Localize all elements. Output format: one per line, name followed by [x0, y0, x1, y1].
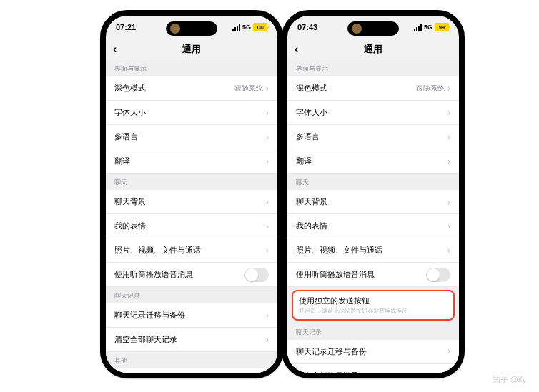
island-avatar-icon [170, 24, 180, 34]
chevron-right-icon: › [266, 156, 269, 166]
navbar: ‹ 通用 [287, 39, 459, 61]
status-time: 07:21 [116, 23, 136, 31]
settings-row[interactable]: 聊天记录迁移与备份› [106, 303, 277, 328]
row-label: 聊天背景 [296, 196, 447, 207]
row-label: 聊天背景 [114, 196, 266, 207]
chevron-right-icon: › [447, 371, 450, 373]
settings-row[interactable]: 存储空间› [106, 368, 277, 373]
row-label: 多语言 [114, 131, 266, 142]
row-label: 清空全部聊天记录 [296, 371, 447, 373]
settings-row[interactable]: 聊天背景› [106, 190, 277, 214]
settings-row[interactable]: 使用听筒播放语音消息 [106, 263, 277, 287]
chevron-right-icon: › [447, 221, 450, 231]
row-value: 跟随系统 [416, 84, 445, 94]
section-header: 界面与显示 [106, 60, 277, 76]
settings-row[interactable]: 深色模式跟随系统› [106, 76, 277, 101]
status-time: 07:43 [297, 23, 317, 31]
row-label: 我的表情 [114, 221, 266, 231]
highlighted-setting[interactable]: 使用独立的发送按钮开启后，键盘上的发送按钮会被替换成换行 [292, 290, 455, 321]
row-label: 照片、视频、文件与通话 [114, 245, 266, 256]
chevron-right-icon: › [266, 84, 269, 94]
chevron-right-icon: › [447, 132, 450, 142]
settings-row[interactable]: 字体大小› [106, 101, 277, 125]
dynamic-island [347, 21, 399, 36]
row-label: 聊天记录迁移与备份 [296, 346, 447, 357]
chevron-right-icon: › [266, 335, 269, 345]
section-header: 聊天记录 [287, 323, 459, 340]
chevron-right-icon: › [447, 84, 450, 94]
island-avatar-icon [352, 24, 362, 34]
chevron-right-icon: › [447, 108, 450, 118]
page-title: 通用 [182, 43, 201, 56]
settings-row[interactable]: 翻译› [106, 149, 277, 174]
row-label: 使用听筒播放语音消息 [296, 269, 426, 280]
settings-row[interactable]: 翻译› [287, 149, 459, 174]
page-title: 通用 [364, 43, 382, 56]
chevron-right-icon: › [266, 311, 269, 321]
settings-row[interactable]: 清空全部聊天记录› [106, 328, 277, 352]
toggle-switch[interactable] [244, 268, 269, 282]
chevron-right-icon: › [266, 197, 269, 207]
signal-icon [232, 24, 240, 31]
row-label: 使用独立的发送按钮 [299, 296, 447, 306]
row-label: 翻译 [296, 156, 447, 166]
watermark: 知乎 @ify [493, 374, 526, 385]
navbar: ‹ 通用 [106, 39, 277, 61]
settings-row[interactable]: 我的表情› [106, 214, 277, 238]
row-label: 我的表情 [296, 221, 447, 231]
row-value: 跟随系统 [234, 84, 263, 94]
settings-row[interactable]: 使用听筒播放语音消息 [287, 263, 459, 287]
row-label: 聊天记录迁移与备份 [114, 310, 266, 321]
back-button[interactable]: ‹ [295, 43, 298, 56]
row-label: 深色模式 [296, 83, 416, 94]
settings-row[interactable]: 聊天背景› [287, 190, 459, 214]
section-header: 聊天记录 [106, 287, 277, 303]
settings-list[interactable]: 界面与显示深色模式跟随系统›字体大小›多语言›翻译›聊天聊天背景›我的表情›照片… [287, 60, 459, 373]
chevron-right-icon: › [266, 132, 269, 142]
chevron-right-icon: › [266, 246, 269, 256]
toggle-switch[interactable] [426, 268, 450, 282]
settings-row[interactable]: 照片、视频、文件与通话› [287, 238, 459, 263]
row-label: 字体大小 [296, 107, 447, 118]
settings-list[interactable]: 界面与显示深色模式跟随系统›字体大小›多语言›翻译›聊天聊天背景›我的表情›照片… [106, 60, 277, 373]
phone-right: 07:43 5G 99 ‹ 通用 界面与显示深色模式跟随系统›字体大小›多语言›… [282, 10, 465, 378]
settings-row[interactable]: 深色模式跟随系统› [287, 76, 459, 101]
row-label: 多语言 [296, 131, 447, 142]
battery-icon: 99 [435, 23, 449, 31]
row-label: 照片、视频、文件与通话 [296, 245, 447, 256]
settings-row[interactable]: 多语言› [287, 125, 459, 149]
chevron-right-icon: › [447, 346, 450, 356]
network-label: 5G [424, 24, 432, 31]
phone-left: 07:21 5G 100 ‹ 通用 界面与显示深色模式跟随系统›字体大小›多语言… [100, 10, 283, 378]
row-label: 翻译 [114, 156, 266, 166]
section-header: 聊天 [106, 174, 277, 190]
row-label: 深色模式 [114, 83, 234, 94]
section-header: 聊天 [287, 174, 459, 190]
chevron-right-icon: › [266, 108, 269, 118]
settings-row[interactable]: 聊天记录迁移与备份› [287, 340, 459, 364]
settings-row[interactable]: 我的表情› [287, 214, 459, 238]
section-header: 其他 [106, 352, 277, 368]
chevron-right-icon: › [447, 156, 450, 166]
row-subtitle: 开启后，键盘上的发送按钮会被替换成换行 [299, 308, 447, 315]
signal-icon [414, 24, 422, 31]
chevron-right-icon: › [447, 197, 450, 207]
row-label: 清空全部聊天记录 [114, 334, 266, 345]
settings-row[interactable]: 字体大小› [287, 101, 459, 125]
settings-row[interactable]: 照片、视频、文件与通话› [106, 238, 277, 263]
settings-row[interactable]: 清空全部聊天记录› [287, 364, 459, 373]
network-label: 5G [242, 24, 251, 31]
chevron-right-icon: › [266, 221, 269, 231]
section-header: 界面与显示 [287, 60, 459, 76]
settings-row[interactable]: 多语言› [106, 125, 277, 149]
row-label: 字体大小 [114, 107, 266, 118]
battery-icon: 100 [253, 23, 267, 31]
row-label: 使用听筒播放语音消息 [114, 269, 244, 280]
dynamic-island [166, 21, 217, 36]
chevron-right-icon: › [447, 246, 450, 256]
back-button[interactable]: ‹ [113, 43, 117, 56]
